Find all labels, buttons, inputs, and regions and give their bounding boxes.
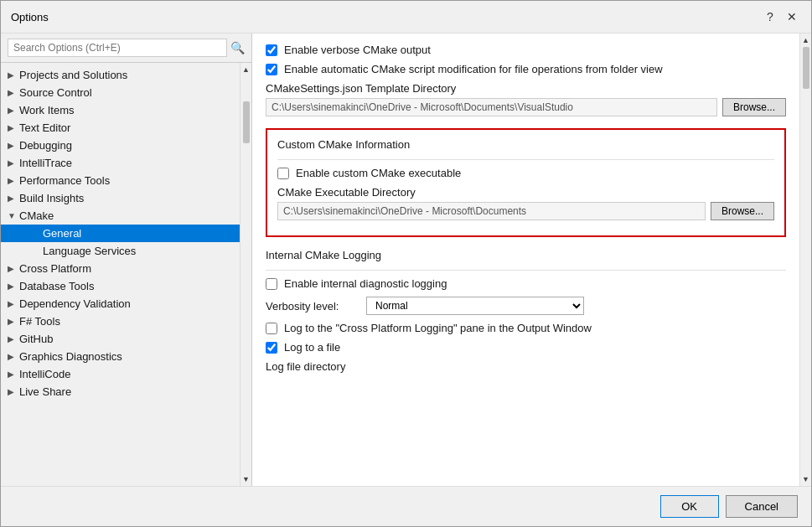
- tree-item-github[interactable]: ▶GitHub: [1, 330, 240, 348]
- enable-diag-logging-checkbox[interactable]: [266, 278, 277, 290]
- verbose-cmake-checkbox[interactable]: [266, 44, 277, 56]
- left-panel: 🔍 ▶Projects and Solutions▶Source Control…: [1, 34, 252, 486]
- expand-icon-intellitrace: ▶: [8, 158, 19, 168]
- tree-label-live-share: Live Share: [19, 385, 71, 398]
- tree-label-debugging: Debugging: [19, 139, 72, 152]
- right-scrollbar[interactable]: ▲ ▼: [799, 34, 811, 486]
- expand-icon-projects: ▶: [8, 70, 19, 80]
- right-panel: Enable verbose CMake output Enable autom…: [252, 34, 811, 486]
- ok-button[interactable]: OK: [660, 495, 719, 518]
- verbose-cmake-row: Enable verbose CMake output: [266, 44, 786, 56]
- expand-icon-debugging: ▶: [8, 141, 19, 150]
- search-icon: 🔍: [230, 41, 245, 54]
- custom-cmake-checkbox[interactable]: [277, 168, 289, 179]
- expand-icon-graphics-diagnostics: ▶: [8, 352, 19, 361]
- tree-item-intellicode[interactable]: ▶IntelliCode: [1, 365, 240, 383]
- cmake-exe-dir-input[interactable]: [277, 202, 706, 220]
- log-pane-row: Log to the "Cross Platform Logging" pane…: [266, 322, 786, 334]
- tree-item-intellitrace[interactable]: ▶IntelliTrace: [1, 154, 240, 172]
- custom-cmake-checkbox-label: Enable custom CMake executable: [296, 167, 461, 179]
- right-scroll-thumb: [803, 47, 809, 89]
- enable-diag-logging-label: Enable internal diagnostic logging: [284, 277, 447, 290]
- internal-logging-section: Internal CMake Logging Enable internal d…: [266, 249, 786, 373]
- cmake-settings-path-row: Browse...: [266, 98, 786, 116]
- title-bar-controls: ? ✕: [761, 8, 801, 26]
- enable-diag-logging-row: Enable internal diagnostic logging: [266, 277, 786, 290]
- tree-item-build-insights[interactable]: ▶Build Insights: [1, 189, 240, 207]
- cmake-exe-dir-row: Browse...: [277, 202, 774, 220]
- tree-label-intellitrace: IntelliTrace: [19, 157, 72, 169]
- tree-item-work-items[interactable]: ▶Work Items: [1, 101, 240, 119]
- tree-item-debugging[interactable]: ▶Debugging: [1, 137, 240, 154]
- internal-logging-divider: [266, 270, 786, 271]
- cmake-settings-browse-btn[interactable]: Browse...: [722, 98, 786, 116]
- tree-label-database-tools: Database Tools: [19, 280, 94, 292]
- expand-icon-live-share: ▶: [8, 387, 19, 396]
- tree-item-dependency-validation[interactable]: ▶Dependency Validation: [1, 295, 240, 313]
- tree-item-text-editor[interactable]: ▶Text Editor: [1, 119, 240, 137]
- dialog-body: 🔍 ▶Projects and Solutions▶Source Control…: [1, 34, 811, 486]
- tree-item-performance-tools[interactable]: ▶Performance Tools: [1, 172, 240, 189]
- verbosity-row: Verbosity level: Normal Verbose Debug: [266, 297, 786, 315]
- tree-item-language-services[interactable]: Language Services: [1, 242, 240, 260]
- close-button[interactable]: ✕: [783, 8, 801, 26]
- tree-item-graphics-diagnostics[interactable]: ▶Graphics Diagnostics: [1, 348, 240, 365]
- tree-item-fsharp-tools[interactable]: ▶F# Tools: [1, 313, 240, 330]
- tree-label-text-editor: Text Editor: [19, 121, 70, 134]
- tree-item-projects[interactable]: ▶Projects and Solutions: [1, 66, 240, 84]
- auto-script-row: Enable automatic CMake script modificati…: [266, 63, 786, 75]
- tree-label-performance-tools: Performance Tools: [19, 174, 110, 187]
- custom-cmake-section: Custom CMake Information Enable custom C…: [266, 128, 786, 237]
- expand-icon-work-items: ▶: [8, 106, 19, 115]
- tree-item-database-tools[interactable]: ▶Database Tools: [1, 277, 240, 295]
- tree-label-graphics-diagnostics: Graphics Diagnostics: [19, 350, 122, 363]
- tree-label-work-items: Work Items: [19, 104, 75, 116]
- expand-icon-cross-platform: ▶: [8, 264, 19, 273]
- expand-icon-intellicode: ▶: [8, 369, 19, 379]
- tree-label-language-services: Language Services: [43, 245, 136, 257]
- expand-icon-dependency-validation: ▶: [8, 299, 19, 308]
- cmake-settings-path-input[interactable]: [266, 98, 717, 116]
- tree-label-intellicode: IntelliCode: [19, 368, 70, 380]
- top-settings-section: Enable verbose CMake output Enable autom…: [266, 44, 786, 116]
- verbose-cmake-label: Enable verbose CMake output: [284, 44, 431, 56]
- tree-label-source-control: Source Control: [19, 86, 92, 99]
- auto-script-checkbox[interactable]: [266, 64, 277, 75]
- left-scrollbar[interactable]: ▲ ▼: [240, 63, 251, 486]
- cmake-settings-label: CMakeSettings.json Template Directory: [266, 82, 786, 95]
- right-scroll-down[interactable]: ▼: [800, 473, 811, 486]
- left-scroll-down[interactable]: ▼: [240, 473, 251, 486]
- log-file-row: Log to a file: [266, 341, 786, 354]
- dialog-footer: OK Cancel: [1, 486, 811, 526]
- tree-item-live-share[interactable]: ▶Live Share: [1, 383, 240, 400]
- search-box: 🔍: [1, 34, 251, 63]
- tree-item-general[interactable]: General: [1, 225, 240, 242]
- expand-icon-fsharp-tools: ▶: [8, 317, 19, 326]
- right-scroll-container: Enable verbose CMake output Enable autom…: [252, 34, 811, 486]
- tree-item-cmake[interactable]: ▼CMake: [1, 207, 240, 225]
- verbosity-label: Verbosity level:: [266, 300, 366, 313]
- log-file-checkbox[interactable]: [266, 342, 277, 354]
- cancel-button[interactable]: Cancel: [726, 495, 798, 518]
- right-scroll-up[interactable]: ▲: [800, 34, 811, 47]
- verbosity-select[interactable]: Normal Verbose Debug: [366, 297, 584, 315]
- search-input[interactable]: [8, 39, 227, 57]
- log-pane-checkbox[interactable]: [266, 323, 277, 334]
- left-scroll-up[interactable]: ▲: [240, 63, 251, 76]
- left-scroll-container: ▶Projects and Solutions▶Source Control▶W…: [1, 63, 251, 486]
- right-scroll-track: [800, 47, 811, 473]
- tree-label-general: General: [43, 227, 81, 240]
- cmake-exe-dir-browse-btn[interactable]: Browse...: [711, 202, 774, 220]
- expand-icon-text-editor: ▶: [8, 123, 19, 132]
- tree-item-cross-platform[interactable]: ▶Cross Platform: [1, 260, 240, 277]
- tree-label-fsharp-tools: F# Tools: [19, 315, 60, 328]
- log-file-label: Log to a file: [284, 341, 340, 354]
- expand-icon-build-insights: ▶: [8, 194, 19, 203]
- tree-label-build-insights: Build Insights: [19, 192, 84, 204]
- expand-icon-cmake: ▼: [8, 211, 19, 220]
- cmake-exe-dir-label: CMake Executable Directory: [277, 186, 774, 199]
- custom-cmake-title: Custom CMake Information: [277, 138, 774, 151]
- help-button[interactable]: ?: [761, 8, 779, 26]
- dialog-title: Options: [11, 11, 49, 23]
- tree-item-source-control[interactable]: ▶Source Control: [1, 84, 240, 101]
